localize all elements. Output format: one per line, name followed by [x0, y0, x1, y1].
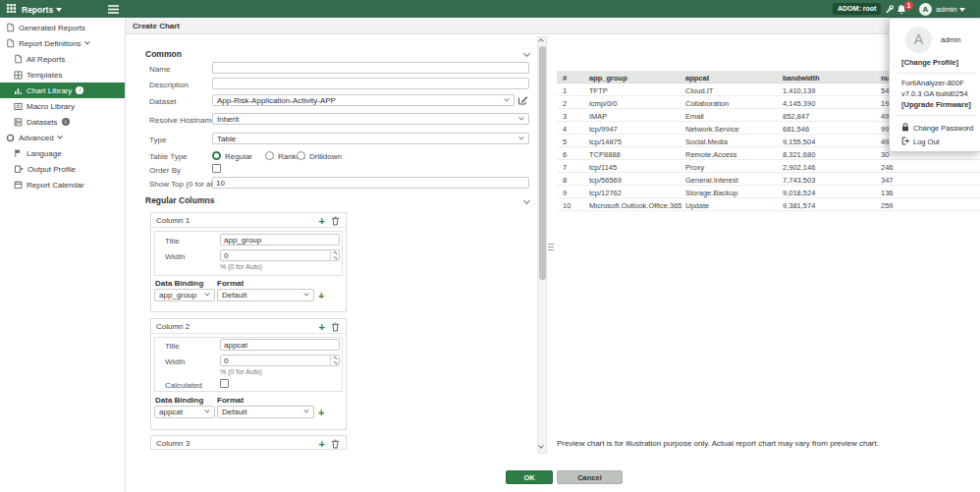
col-header[interactable]: app_group — [589, 74, 627, 82]
sidebar-item-label: Report Calendar — [27, 181, 84, 190]
column-1-title-input[interactable] — [220, 234, 340, 246]
col-header[interactable]: # — [563, 74, 567, 82]
edit-dataset-icon[interactable] — [517, 94, 528, 108]
col-header[interactable]: bandwidth — [783, 74, 820, 82]
section-regular-columns-chevron-icon[interactable] — [523, 197, 530, 204]
reports-menu[interactable]: Reports — [22, 5, 53, 15]
column-1-binding-label: Data Binding — [155, 279, 203, 288]
cell: icmp/0/0 — [589, 99, 617, 108]
sidebar-item-label: Advanced — [19, 134, 54, 142]
col-header[interactable]: appcat — [685, 74, 709, 82]
upgrade-firmware-link[interactable]: [Upgrade Firmware] — [901, 100, 971, 109]
cell: tcp/56569 — [589, 176, 622, 185]
cancel-button[interactable]: Cancel — [557, 470, 623, 484]
chevron-down-icon — [518, 115, 524, 121]
cell: 4 — [563, 125, 567, 134]
scroll-up-icon[interactable] — [539, 39, 544, 44]
sidebar-item-advanced[interactable]: Advanced — [0, 130, 125, 145]
menu-divider — [898, 115, 975, 116]
admin-caret-icon — [959, 8, 965, 12]
avatar[interactable]: A — [919, 3, 932, 16]
cell: 9,018,524 — [783, 189, 815, 197]
column-2-format-select[interactable]: Default — [217, 406, 314, 418]
change-password-item[interactable]: Change Password — [913, 124, 973, 133]
sidebar-item-report-definitions[interactable]: Report Definitions — [0, 35, 125, 51]
admin-menu[interactable]: admin — [936, 5, 957, 14]
app-grid-icon[interactable] — [6, 3, 17, 16]
cell: Proxy — [685, 163, 704, 172]
add-column-icon[interactable]: + — [319, 216, 325, 226]
sidebar-item-label: Language — [27, 149, 62, 158]
sidebar-item-all-reports[interactable]: All Reports — [0, 51, 125, 67]
sidebar-item-generated-reports[interactable]: Generated Reports — [0, 20, 125, 35]
template-icon — [14, 71, 23, 80]
add-format-icon[interactable]: + — [318, 291, 324, 301]
column-2-format-label: Format — [217, 396, 244, 405]
sidebar-item-templates[interactable]: Templates — [0, 67, 125, 82]
sidebar-item-language[interactable]: Language — [0, 145, 125, 161]
type-select[interactable]: Table — [212, 133, 529, 144]
ok-button[interactable]: OK — [506, 470, 553, 484]
table-row: 8tcp/56569General.Interest7,743,503347 — [557, 173, 980, 186]
column-2-header: Column 2 + — [151, 319, 346, 334]
sidebar-item-label: Macro Library — [27, 102, 75, 111]
cell: tcp/9947 — [589, 125, 618, 134]
wrench-icon[interactable] — [885, 4, 895, 16]
trash-icon[interactable] — [331, 322, 340, 332]
column-2-width-input[interactable] — [220, 355, 340, 366]
width-spinner[interactable] — [330, 355, 341, 365]
trash-icon[interactable] — [331, 439, 340, 449]
column-1-width-input[interactable] — [220, 249, 340, 261]
resolve-hostname-select[interactable]: Inherit — [212, 113, 529, 125]
radio-regular[interactable] — [212, 151, 221, 160]
cell: Microsoft.Outlook.Office.365 — [589, 201, 682, 210]
show-top-input[interactable] — [212, 177, 529, 189]
table-row: 10Microsoft.Outlook.Office.365Update9,38… — [557, 198, 980, 211]
section-regular-columns[interactable]: Regular Columns — [145, 195, 214, 205]
avatar-large: A — [905, 27, 932, 53]
chevron-down-icon — [303, 291, 309, 297]
column-2-binding-select[interactable]: appcat — [154, 406, 215, 418]
change-profile-link[interactable]: [Change Profile] — [901, 58, 958, 67]
show-top-label: Show Top (0 for all) — [149, 180, 217, 189]
radio-drilldown[interactable] — [297, 151, 305, 160]
chevron-down-icon — [204, 291, 210, 297]
form-scrollbar-thumb[interactable] — [539, 46, 546, 280]
log-out-item[interactable]: Log Out — [913, 137, 940, 146]
trash-icon[interactable] — [331, 216, 340, 226]
column-2-title-input[interactable] — [220, 339, 340, 351]
adom-badge[interactable]: ADOM: root — [833, 3, 881, 15]
sidebar-item-datasets[interactable]: Datasets i — [0, 114, 125, 130]
width-spinner[interactable] — [330, 250, 341, 260]
type-value: Table — [217, 135, 236, 143]
cell: Collaboration — [685, 99, 729, 108]
cell: 30 — [881, 150, 889, 159]
column-1-binding-select[interactable]: app_group — [154, 289, 215, 301]
column-3-title: Column 3 — [156, 439, 190, 448]
sidebar-item-macro-library[interactable]: Macro Library — [0, 98, 125, 114]
cell: 2 — [563, 99, 567, 108]
add-format-icon[interactable]: + — [318, 408, 324, 417]
column-1-format-select[interactable]: Default — [217, 289, 314, 301]
device-model: FortiAnalyzer-800F — [901, 79, 964, 87]
name-input[interactable] — [212, 62, 529, 74]
add-column-icon[interactable]: + — [319, 322, 325, 332]
order-by-checkbox[interactable] — [212, 164, 221, 173]
sidebar-item-report-calendar[interactable]: Report Calendar — [0, 177, 125, 192]
calculated-checkbox[interactable] — [220, 379, 229, 388]
radio-ranked[interactable] — [265, 151, 274, 160]
radio-drilldown-label: Drilldown — [309, 152, 342, 161]
notification-badge[interactable]: 1 — [904, 1, 913, 10]
sidebar-item-output-profile[interactable]: Output Profile — [0, 161, 125, 177]
sidebar-item-label: All Reports — [27, 55, 65, 64]
scroll-down-icon[interactable] — [539, 444, 544, 449]
hamburger-icon[interactable] — [108, 5, 119, 16]
description-input[interactable] — [212, 78, 529, 89]
section-common[interactable]: Common — [145, 49, 182, 59]
dataset-select[interactable]: App-Risk-Application-Activity-APP — [212, 94, 515, 106]
splitter-grip[interactable] — [548, 244, 554, 252]
binding-value: appcat — [159, 408, 183, 416]
add-column-icon[interactable]: + — [319, 439, 325, 449]
section-common-chevron-icon[interactable] — [523, 50, 530, 57]
sidebar-item-chart-library[interactable]: Chart Library i — [0, 82, 125, 98]
